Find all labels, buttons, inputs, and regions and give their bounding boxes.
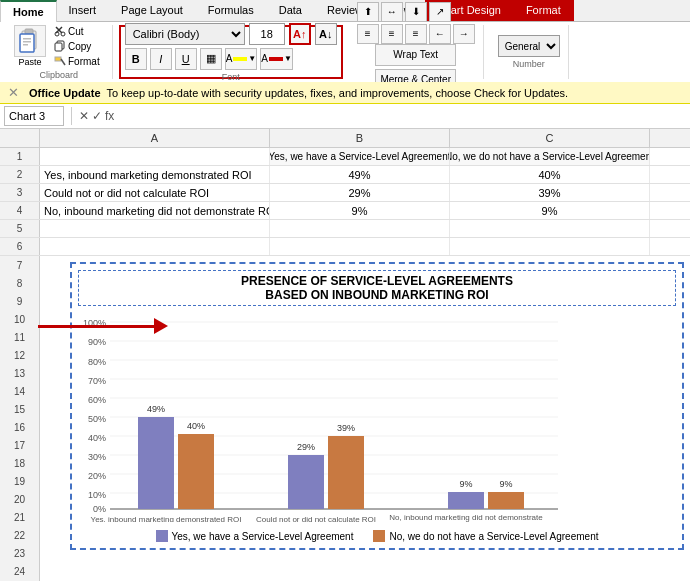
bar-s2-c2 bbox=[328, 436, 364, 509]
font-group-label: Font bbox=[222, 72, 240, 82]
cell-c2[interactable]: 40% bbox=[450, 166, 650, 183]
svg-text:50%: 50% bbox=[88, 414, 106, 424]
row-number: 8 bbox=[0, 274, 40, 292]
table-row: 1 Yes, we have a Service-Level Agreement… bbox=[0, 148, 690, 166]
row-number: 17 bbox=[0, 436, 40, 454]
chart-area: PRESENCE OF SERVICE-LEVEL AGREEMENTS BAS… bbox=[40, 256, 690, 581]
svg-text:90%: 90% bbox=[88, 337, 106, 347]
chart-row-group: 7 8 9 10 11 12 13 14 15 16 17 18 19 20 bbox=[0, 256, 690, 581]
svg-rect-11 bbox=[55, 43, 62, 51]
svg-line-13 bbox=[61, 59, 65, 65]
font-shrink-button[interactable]: A↓ bbox=[315, 23, 337, 45]
paste-button[interactable] bbox=[14, 25, 46, 57]
bar-s1-c2 bbox=[288, 455, 324, 509]
cut-button[interactable]: Cut bbox=[50, 24, 104, 38]
orientation-button[interactable]: ↗ bbox=[429, 2, 451, 22]
tab-formulas[interactable]: Formulas bbox=[196, 0, 267, 21]
col-header-b: B bbox=[270, 129, 450, 147]
font-row1: Calibri (Body) A↑ A↓ bbox=[125, 23, 337, 45]
cell-b2[interactable]: 49% bbox=[270, 166, 450, 183]
tab-format[interactable]: Format bbox=[514, 0, 574, 21]
formula-fx-icon[interactable]: fx bbox=[105, 109, 114, 123]
tab-home[interactable]: Home bbox=[0, 0, 57, 22]
svg-text:Could not or did not calculate: Could not or did not calculate ROI bbox=[256, 515, 376, 522]
table-row: 5 bbox=[0, 220, 690, 238]
legend-label-s2: No, we do not have a Service-Level Agree… bbox=[389, 531, 598, 542]
cell-b6[interactable] bbox=[270, 238, 450, 255]
legend-color-s2 bbox=[373, 530, 385, 542]
row-number: 11 bbox=[0, 328, 40, 346]
align-left-button[interactable]: ≡ bbox=[357, 24, 379, 44]
font-row2: B I U ▦ A ▼ A ▼ bbox=[125, 48, 337, 70]
align-right-button[interactable]: ≡ bbox=[405, 24, 427, 44]
cell-b4[interactable]: 9% bbox=[270, 202, 450, 219]
align-top-button[interactable]: ⬆ bbox=[357, 2, 379, 22]
tab-page-layout[interactable]: Page Layout bbox=[109, 0, 196, 21]
border-button[interactable]: ▦ bbox=[200, 48, 222, 70]
table-row: 2 Yes, inbound marketing demonstrated RO… bbox=[0, 166, 690, 184]
svg-text:70%: 70% bbox=[88, 376, 106, 386]
svg-text:10%: 10% bbox=[88, 490, 106, 500]
indent-increase-button[interactable]: → bbox=[453, 24, 475, 44]
row-numbers-column: 7 8 9 10 11 12 13 14 15 16 17 18 19 20 bbox=[0, 256, 40, 581]
row-number: 7 bbox=[0, 256, 40, 274]
svg-rect-12 bbox=[55, 57, 61, 61]
clipboard-small-buttons: Cut Copy Format bbox=[50, 24, 104, 68]
row-number: 3 bbox=[0, 184, 40, 201]
underline-button[interactable]: U bbox=[175, 48, 197, 70]
clipboard-group: Paste Cut Copy Format bbox=[6, 25, 113, 79]
column-headers: A B C bbox=[0, 129, 690, 148]
cell-reference-box[interactable] bbox=[4, 106, 64, 126]
cell-c4[interactable]: 9% bbox=[450, 202, 650, 219]
row-number: 19 bbox=[0, 472, 40, 490]
align-center-button[interactable]: ≡ bbox=[381, 24, 403, 44]
align-bottom-button[interactable]: ⬇ bbox=[405, 2, 427, 22]
row-number: 4 bbox=[0, 202, 40, 219]
cell-a6[interactable] bbox=[40, 238, 270, 255]
cell-a1[interactable] bbox=[40, 148, 270, 165]
update-bar: ✕ Office Update To keep up-to-date with … bbox=[0, 82, 690, 104]
font-size-input[interactable] bbox=[249, 23, 285, 45]
formula-input[interactable] bbox=[118, 109, 686, 123]
svg-rect-4 bbox=[23, 41, 31, 43]
copy-button[interactable]: Copy bbox=[50, 39, 104, 53]
svg-text:No, inbound marketing did not : No, inbound marketing did not demonstrat… bbox=[389, 513, 543, 522]
cell-c6[interactable] bbox=[450, 238, 650, 255]
svg-text:9%: 9% bbox=[459, 479, 472, 489]
font-grow-button[interactable]: A↑ bbox=[289, 23, 311, 45]
svg-text:Yes, inbound marketing demonst: Yes, inbound marketing demonstrated ROI bbox=[91, 515, 242, 522]
clipboard-group-label: Clipboard bbox=[40, 70, 79, 80]
cell-a4[interactable]: No, inbound marketing did not demonstrat… bbox=[40, 202, 270, 219]
wrap-text-button[interactable]: Wrap Text bbox=[375, 44, 456, 66]
svg-text:0%: 0% bbox=[93, 504, 106, 514]
row-number: 6 bbox=[0, 238, 40, 255]
cell-c1[interactable]: No, we do not have a Service-Level Agree… bbox=[450, 148, 650, 165]
cell-a3[interactable]: Could not or did not calculate ROI bbox=[40, 184, 270, 201]
cell-a5[interactable] bbox=[40, 220, 270, 237]
cell-b1[interactable]: Yes, we have a Service-Level Agreement bbox=[270, 148, 450, 165]
indent-decrease-button[interactable]: ← bbox=[429, 24, 451, 44]
format-painter-button[interactable]: Format bbox=[50, 54, 104, 68]
tab-data[interactable]: Data bbox=[267, 0, 315, 21]
svg-text:49%: 49% bbox=[147, 404, 165, 414]
italic-button[interactable]: I bbox=[150, 48, 172, 70]
font-name-select[interactable]: Calibri (Body) bbox=[125, 23, 245, 45]
highlight-color-button[interactable]: A ▼ bbox=[225, 48, 258, 70]
row-number: 9 bbox=[0, 292, 40, 310]
font-color-button[interactable]: A ▼ bbox=[260, 48, 293, 70]
tab-insert[interactable]: Insert bbox=[57, 0, 110, 21]
cell-b5[interactable] bbox=[270, 220, 450, 237]
number-format-select[interactable]: General bbox=[498, 35, 560, 57]
align-middle-button[interactable]: ↔ bbox=[381, 2, 403, 22]
update-bar-message: To keep up-to-date with security updates… bbox=[107, 87, 569, 99]
formula-cancel-icon[interactable]: ✕ bbox=[79, 109, 89, 123]
svg-rect-3 bbox=[23, 38, 31, 40]
row-number: 1 bbox=[0, 148, 40, 165]
update-bar-close-button[interactable]: ✕ bbox=[8, 85, 19, 100]
cell-a2[interactable]: Yes, inbound marketing demonstrated ROI bbox=[40, 166, 270, 183]
cell-c3[interactable]: 39% bbox=[450, 184, 650, 201]
cell-c5[interactable] bbox=[450, 220, 650, 237]
bold-button[interactable]: B bbox=[125, 48, 147, 70]
cell-b3[interactable]: 29% bbox=[270, 184, 450, 201]
formula-confirm-icon[interactable]: ✓ bbox=[92, 109, 102, 123]
